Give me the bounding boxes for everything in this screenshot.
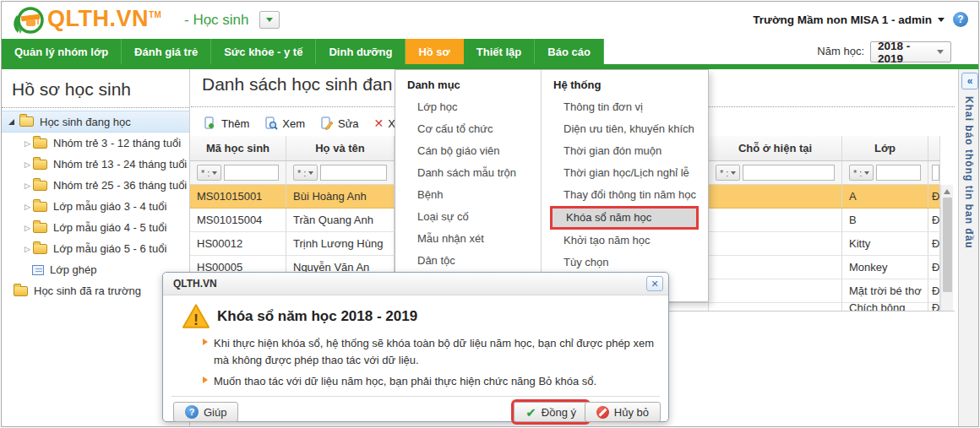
prohibition-icon — [596, 406, 609, 419]
help-button[interactable]: ? Giúp — [173, 402, 238, 422]
folder-icon — [33, 181, 47, 191]
menu-item-thay-doi-thong-tin-nam-hoc[interactable]: Thay đổi thông tin năm học — [542, 184, 708, 206]
cell-status: Đang học — [928, 279, 940, 302]
tab-quan-ly-nhom-lop[interactable]: Quản lý nhóm lớp — [2, 39, 122, 64]
dialog-titlebar: QLTH.VN ✕ — [163, 273, 668, 295]
cell-name: Bùi Hoàng Anh — [286, 185, 395, 208]
filter-input-code[interactable] — [224, 165, 279, 181]
menu-item-thong-tin-don-vi[interactable]: Thông tin đơn vị — [542, 96, 708, 118]
cell-residence — [709, 209, 842, 231]
tab-ho-so[interactable]: Hồ sơ — [406, 39, 463, 64]
menu-item-khoi-tao-nam-hoc[interactable]: Khởi tạo năm học — [542, 230, 708, 252]
expand-panel-icon[interactable]: « — [961, 73, 978, 89]
nav-tabs: Quản lý nhóm lớp Đánh giá trẻ Sức khỏe -… — [2, 39, 604, 64]
view-button-label: Xem — [282, 117, 305, 130]
cell-status: Đang học — [928, 232, 940, 255]
school-year-value: 2018 - 2019 — [878, 40, 937, 65]
page-title: Danh sách học sinh đang — [202, 74, 393, 95]
tree-item-hoc-sinh-da-ra-truong[interactable]: Học sinh đã ra trường — [2, 280, 189, 301]
menu-section-danh-muc: Danh mục Lớp học Cơ cấu tổ chức Cán bộ g… — [395, 70, 541, 301]
tree-collapsed-icon[interactable]: ▷ — [22, 245, 33, 253]
view-document-icon — [264, 116, 278, 130]
tree-item-mau-giao-5-6[interactable]: ▷ Lớp mẫu giáo 5 - 6 tuổi — [2, 238, 189, 259]
menu-item-thoi-gian-don-muon[interactable]: Thời gian đón muộn — [542, 140, 708, 162]
open-folder-icon — [19, 116, 34, 127]
tree-collapsed-icon[interactable]: ▷ — [22, 181, 33, 190]
grid-scrollbar[interactable] — [940, 185, 953, 312]
menu-item-lop-hoc[interactable]: Lớp học — [395, 96, 541, 118]
menu-item-co-cau-to-chuc[interactable]: Cơ cấu tổ chức — [395, 118, 541, 140]
tree-collapsed-icon[interactable]: ▷ — [22, 139, 33, 148]
cell-status: Đang học — [928, 256, 940, 279]
menu-item-benh[interactable]: Bệnh — [395, 184, 541, 206]
help-icon[interactable]: ? — [953, 12, 968, 27]
chevron-down-icon — [266, 18, 273, 22]
column-header-class[interactable]: Lớp — [842, 136, 928, 160]
edit-button[interactable]: Sửa — [314, 114, 365, 133]
tab-danh-gia-tre[interactable]: Đánh giá trẻ — [122, 39, 211, 64]
tree-item-mau-giao-4-5[interactable]: ▷ Lớp mẫu giáo 4 - 5 tuổi — [2, 217, 189, 238]
cell-status: Đang học — [928, 209, 940, 231]
tree-item-label: Nhóm trẻ 3 - 12 tháng tuổi — [53, 137, 181, 149]
tree-item-nhom-tre-3-12[interactable]: ▷ Nhóm trẻ 3 - 12 tháng tuổi — [2, 133, 189, 154]
column-header-code[interactable]: Mã học sinh — [190, 136, 286, 160]
menu-item-loai-su-co[interactable]: Loại sự cố — [395, 206, 541, 228]
school-year-label: Năm học: — [817, 45, 864, 57]
folder-icon — [14, 286, 28, 296]
cell-residence — [709, 232, 842, 255]
tree-item-nhom-tre-13-24[interactable]: ▷ Nhóm trẻ 13 - 24 tháng tuổi — [2, 154, 189, 175]
filter-input-name[interactable] — [320, 165, 387, 181]
folder-icon — [33, 138, 47, 149]
ok-button[interactable]: ✔ Đồng ý — [514, 402, 588, 422]
scrollbar-thumb[interactable] — [943, 198, 952, 292]
filter-input-residence[interactable] — [743, 165, 835, 181]
tree-item-lop-ghep[interactable]: Lớp ghép — [2, 259, 189, 280]
cell-residence — [709, 279, 842, 302]
column-header-residence[interactable]: Chỗ ở hiện tại — [709, 136, 842, 160]
tree-item-mau-giao-3-4[interactable]: ▷ Lớp mẫu giáo 3 - 4 tuổi — [2, 196, 189, 217]
menu-item-dan-toc[interactable]: Dân tộc — [395, 250, 541, 272]
filter-operator-button[interactable]: * : — [293, 165, 318, 181]
tree-collapsed-icon[interactable]: ▷ — [22, 160, 33, 169]
tree-item-nhom-tre-25-36[interactable]: ▷ Nhóm trẻ 25 - 36 tháng tuổi — [2, 175, 189, 196]
cancel-button-label: Hủy bỏ — [614, 406, 649, 419]
tab-dinh-duong[interactable]: Dinh dưỡng — [316, 39, 406, 64]
filter-operator-button[interactable]: * : — [849, 165, 874, 181]
menu-item-mau-nhan-xet[interactable]: Mẫu nhận xét — [395, 228, 541, 250]
cell-class: Kitty — [842, 232, 928, 255]
menu-item-thoi-gian-hoc[interactable]: Thời gian học/Lịch nghỉ lễ — [542, 162, 708, 184]
filter-input-class[interactable] — [876, 165, 921, 181]
tree-expanded-icon[interactable] — [8, 119, 14, 125]
cancel-button[interactable]: Hủy bỏ — [585, 402, 661, 422]
tab-bao-cao[interactable]: Báo cáo — [535, 39, 604, 64]
add-button[interactable]: Thêm — [198, 114, 255, 133]
menu-item-tuy-chon[interactable]: Tùy chọn — [542, 252, 708, 274]
filter-operator-button[interactable]: * : — [197, 165, 221, 181]
chevron-down-icon — [212, 171, 217, 175]
help-button-label: Giúp — [204, 406, 226, 419]
column-header-status[interactable] — [928, 136, 940, 160]
scroll-up-icon[interactable] — [944, 189, 950, 194]
school-year-select[interactable]: 2018 - 2019 — [870, 41, 951, 62]
tree-item-hoc-sinh-dang-hoc[interactable]: Học sinh đang học — [2, 111, 189, 133]
view-button[interactable]: Xem — [259, 114, 311, 133]
filter-input-status[interactable] — [932, 165, 939, 181]
account-menu[interactable]: Trường Mầm non MISA 1 - admin — [753, 14, 945, 26]
tab-thiet-lap[interactable]: Thiết lập — [464, 39, 535, 64]
module-dropdown-button[interactable] — [259, 11, 280, 29]
menu-item-khoa-so-nam-hoc[interactable]: Khóa sổ năm học — [550, 206, 699, 230]
menu-item-danh-sach-mau-tron[interactable]: Danh sách mẫu trộn — [395, 162, 541, 184]
menu-item-dien-uu-tien[interactable]: Diện ưu tiên, khuyến khích — [542, 118, 708, 140]
cell-class: Mặt trời bé thơ — [842, 279, 928, 302]
menu-section-title: Danh mục — [395, 70, 541, 96]
tab-suc-khoe-y-te[interactable]: Sức khỏe - y tế — [211, 39, 316, 64]
close-icon[interactable]: ✕ — [646, 276, 663, 291]
tree-collapsed-icon[interactable]: ▷ — [22, 203, 33, 211]
chevron-down-icon — [864, 171, 869, 175]
sidebar-title: Hồ sơ học sinh — [2, 69, 189, 107]
menu-item-can-bo-giao-vien[interactable]: Cán bộ giáo viên — [395, 140, 541, 162]
add-button-label: Thêm — [221, 117, 249, 130]
column-header-name[interactable]: Họ và tên — [286, 136, 395, 160]
filter-operator-button[interactable]: * : — [716, 165, 740, 181]
tree-collapsed-icon[interactable]: ▷ — [22, 224, 33, 232]
